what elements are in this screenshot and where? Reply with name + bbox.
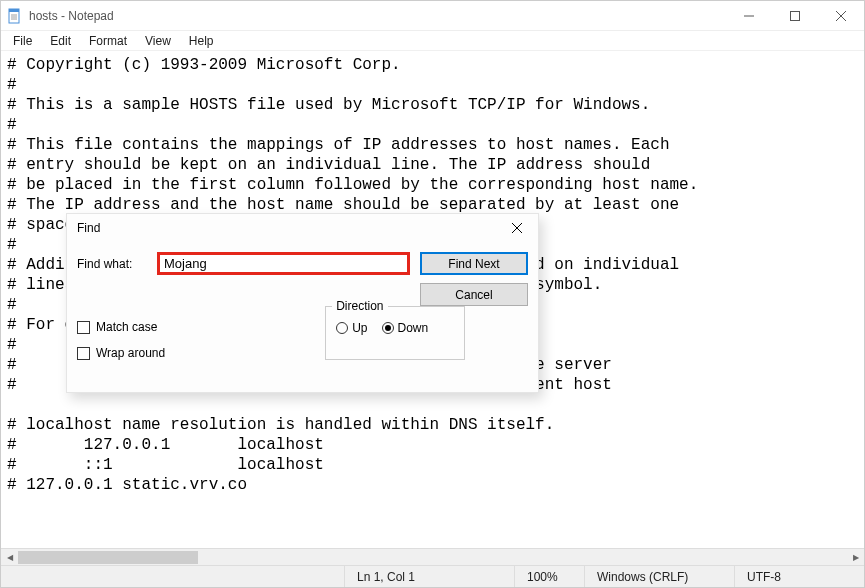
horizontal-scrollbar[interactable]: ◀ ▶ [1,548,864,565]
notepad-icon [7,8,23,24]
match-case-checkbox[interactable]: Match case [77,320,165,334]
scroll-right-button[interactable]: ▶ [847,549,864,566]
status-zoom: 100% [514,566,584,587]
direction-legend: Direction [332,299,387,313]
maximize-button[interactable] [772,1,818,31]
scroll-thumb[interactable] [18,551,198,564]
wrap-around-checkbox[interactable]: Wrap around [77,346,165,360]
status-line-ending: Windows (CRLF) [584,566,734,587]
maximize-icon [790,11,800,21]
menu-edit[interactable]: Edit [42,32,79,50]
find-next-button[interactable]: Find Next [420,252,528,275]
direction-up-radio[interactable]: Up [336,321,367,335]
window-title: hosts - Notepad [29,9,114,23]
status-encoding: UTF-8 [734,566,864,587]
menu-view[interactable]: View [137,32,179,50]
direction-down-radio[interactable]: Down [382,321,429,335]
close-button[interactable] [818,1,864,31]
up-label: Up [352,321,367,335]
close-icon [836,11,846,21]
radio-icon [382,322,394,334]
down-label: Down [398,321,429,335]
find-what-label: Find what: [77,257,157,271]
status-position: Ln 1, Col 1 [344,566,514,587]
menu-format[interactable]: Format [81,32,135,50]
radio-icon [336,322,348,334]
find-what-input[interactable] [157,252,410,275]
direction-group: Direction Up Down [325,306,465,360]
titlebar: hosts - Notepad [1,1,864,31]
find-dialog: Find Find what: Find Next Cancel Match c… [66,213,539,393]
minimize-icon [744,11,754,21]
scroll-left-button[interactable]: ◀ [1,549,18,566]
menu-help[interactable]: Help [181,32,222,50]
statusbar: Ln 1, Col 1 100% Windows (CRLF) UTF-8 [1,565,864,587]
cancel-button[interactable]: Cancel [420,283,528,306]
find-close-button[interactable] [496,214,538,242]
svg-rect-6 [791,11,800,20]
menubar: File Edit Format View Help [1,31,864,51]
close-icon [512,223,522,233]
checkbox-icon [77,347,90,360]
svg-rect-1 [9,9,19,12]
find-dialog-title: Find [67,214,538,242]
minimize-button[interactable] [726,1,772,31]
checkbox-icon [77,321,90,334]
match-case-label: Match case [96,320,157,334]
scroll-track[interactable] [18,549,847,566]
wrap-around-label: Wrap around [96,346,165,360]
menu-file[interactable]: File [5,32,40,50]
